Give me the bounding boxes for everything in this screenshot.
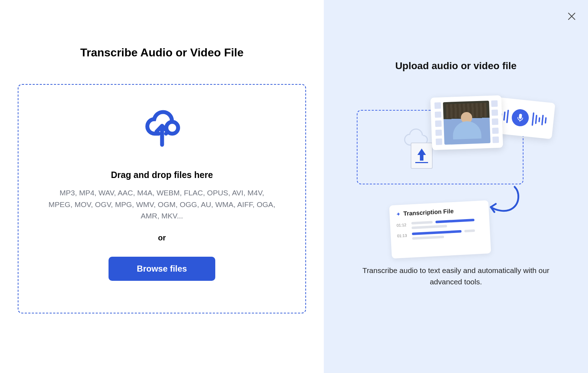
browse-files-button[interactable]: Browse files — [109, 257, 215, 281]
cloud-upload-icon — [141, 110, 183, 149]
illustration: ✦ Transcription File 01:12 01:13 — [357, 104, 555, 245]
right-title: Upload audio or video file — [395, 60, 516, 72]
close-button[interactable] — [567, 11, 577, 21]
illus-video-card — [430, 95, 503, 150]
curved-arrow-icon — [488, 185, 520, 217]
page-title: Transcribe Audio or Video File — [18, 46, 306, 59]
transcription-time: 01:12 — [396, 222, 407, 228]
sparkle-icon: ✦ — [396, 211, 401, 218]
transcription-card-title: Transcription File — [403, 208, 454, 217]
svg-rect-1 — [518, 114, 522, 119]
file-drop-zone[interactable]: Drag and drop files here MP3, MP4, WAV, … — [18, 84, 306, 313]
illus-transcription-card: ✦ Transcription File 01:12 01:13 — [389, 200, 491, 258]
or-separator: or — [43, 233, 281, 243]
drop-heading: Drag and drop files here — [43, 170, 281, 180]
illus-document-icon — [411, 143, 433, 169]
right-description: Transcribe audio to text easily and auto… — [351, 265, 561, 287]
video-thumbnail — [443, 101, 490, 145]
waveform-right-icon — [531, 112, 547, 127]
supported-formats: MP3, MP4, WAV, AAC, M4A, WEBM, FLAC, OPU… — [43, 187, 281, 222]
right-panel: Upload audio or video file — [324, 0, 588, 373]
transcription-time: 01:13 — [397, 233, 408, 238]
microphone-icon — [511, 108, 529, 127]
left-panel: Transcribe Audio or Video File Drag and … — [0, 0, 324, 373]
filmstrip-left-icon — [434, 102, 442, 145]
filmstrip-right-icon — [491, 100, 499, 143]
